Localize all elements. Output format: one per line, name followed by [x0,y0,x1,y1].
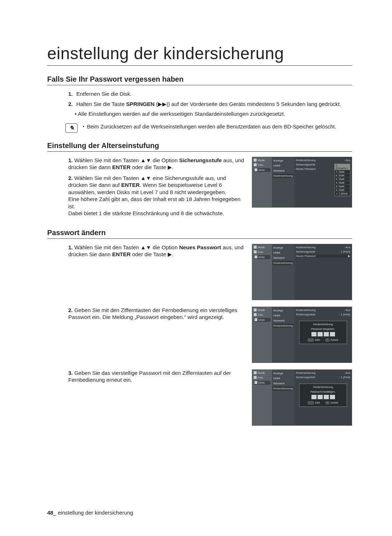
rating-popup: 8 (Erwachs.) 7. Stufe 6. Stufe 5. Stufe … [334,164,350,196]
steps-forgot: 1. Entfernen Sie die Disk. 2. Halten Sie… [68,90,352,118]
osd-screenshot-rating: Musik Foto Einst. Anzeige HDMI Netzwerk … [252,157,352,208]
bullet-reset: Alle Einstellungen werden auf die werkss… [75,110,352,118]
rating-steps: 1. Wählen Sie mit den Tasten ▲▼ die Opti… [68,157,245,221]
pw-digit-boxes [302,332,345,336]
pw-confirm-overlay: Kindersicherung Passwort bestätigen. 0~9… [299,384,347,407]
note-row: ✎ Beim Zurücksetzen auf die Werkseinstel… [65,123,352,133]
gear-icon [254,255,257,258]
music-icon [254,308,257,311]
section-forgot-password: Falls Sie Ihr Passwort vergessen haben [47,75,352,85]
gear-icon [254,168,257,171]
music-icon [254,371,257,374]
section-change-pw: Passwort ändern [47,229,352,239]
pw-step3: 3. Geben Sie das vierstellige Passwort m… [68,369,245,426]
page-title: einstellung der kindersicherung [47,44,352,66]
pw-digit-boxes [302,395,345,399]
photo-icon [254,376,257,379]
osd-screenshot-confirmpw: Musik Foto Einst. Anzeige HDMI Netzwerk … [252,369,352,426]
music-icon [254,246,257,249]
step-1: 1. Entfernen Sie die Disk. [68,90,352,98]
gear-icon [254,318,257,321]
note-icon: ✎ [65,123,78,133]
photo-icon [254,313,257,316]
pw-step1: 1. Wählen Sie mit den Tasten ▲▼ die Opti… [68,244,245,300]
photo-icon [254,163,257,166]
music-icon [254,159,257,161]
gear-icon [254,381,257,384]
photo-icon [254,250,257,253]
page-footer: 48_ einstellung der kindersicherung [47,510,133,516]
note-text: Beim Zurücksetzen auf die Werkseinstellu… [83,123,336,131]
manual-page: einstellung der kindersicherung Falls Si… [0,0,392,536]
osd-screenshot-enterpw: Musik Foto Einst. Anzeige HDMI Netzwerk … [252,307,352,363]
pw-step2: 2. Geben Sie mit den Zifferntasten der F… [68,307,245,363]
section-rating: Einstellung der Alterseinstufung [47,142,352,152]
step-2: 2. Halten Sie die Taste SPRINGEN (▶▶|) a… [68,101,352,118]
pw-overlay: Kindersicherung Passwort eingeben. 0~9Za… [299,321,347,344]
osd-screenshot-newpw: Musik Foto Einst. Anzeige HDMI Netzwerk … [252,244,352,300]
